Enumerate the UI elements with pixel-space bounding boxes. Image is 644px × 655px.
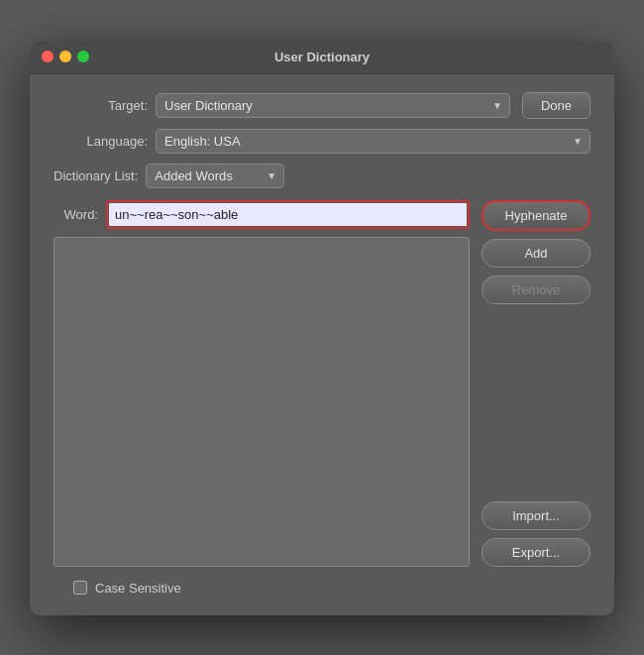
import-button[interactable]: Import... (482, 501, 590, 530)
target-select[interactable]: User Dictionary (156, 93, 510, 118)
export-button[interactable]: Export... (482, 538, 590, 567)
case-sensitive-label: Case Sensitive (95, 581, 181, 596)
word-list[interactable] (54, 237, 470, 567)
main-area: Word: Hyphenate Add Remove Import... Exp… (54, 200, 590, 567)
word-label: Word: (54, 207, 98, 222)
user-dictionary-dialog: User Dictionary Target: User Dictionary … (30, 41, 614, 615)
add-button[interactable]: Add (482, 239, 590, 268)
language-select[interactable]: English: USA (156, 129, 590, 154)
case-sensitive-checkbox[interactable] (73, 581, 87, 595)
dict-list-select[interactable]: Added Words (146, 164, 284, 188)
dict-list-label: Dictionary List: (54, 168, 138, 183)
right-area: Hyphenate Add Remove Import... Export... (482, 200, 590, 567)
target-row: Target: User Dictionary ▼ Done (54, 92, 590, 119)
dialog-title: User Dictionary (274, 50, 370, 64)
bottom-section: Case Sensitive (54, 581, 590, 596)
word-input[interactable] (109, 203, 467, 226)
left-area: Word: (54, 200, 470, 567)
window-controls (42, 51, 89, 62)
target-select-wrapper: User Dictionary ▼ (156, 93, 510, 118)
dict-list-select-wrapper: Added Words ▼ (146, 164, 284, 188)
dictionary-list-row: Dictionary List: Added Words ▼ (54, 164, 590, 188)
spacer (482, 312, 590, 493)
hyphenate-button[interactable]: Hyphenate (482, 200, 590, 231)
word-input-wrapper (106, 200, 470, 229)
remove-button[interactable]: Remove (482, 275, 590, 304)
case-sensitive-checkbox-wrapper[interactable]: Case Sensitive (73, 581, 181, 596)
word-row: Word: (54, 200, 470, 229)
language-label: Language: (54, 134, 148, 149)
close-button[interactable] (42, 51, 54, 62)
dialog-content: Target: User Dictionary ▼ Done Language:… (30, 74, 614, 615)
language-row: Language: English: USA ▼ (54, 129, 590, 154)
target-label: Target: (54, 98, 148, 113)
language-select-wrapper: English: USA ▼ (156, 129, 590, 154)
maximize-button[interactable] (77, 51, 89, 62)
import-export-group: Import... Export... (482, 501, 590, 567)
done-button[interactable]: Done (522, 92, 590, 119)
titlebar: User Dictionary (30, 41, 614, 74)
minimize-button[interactable] (59, 51, 71, 62)
